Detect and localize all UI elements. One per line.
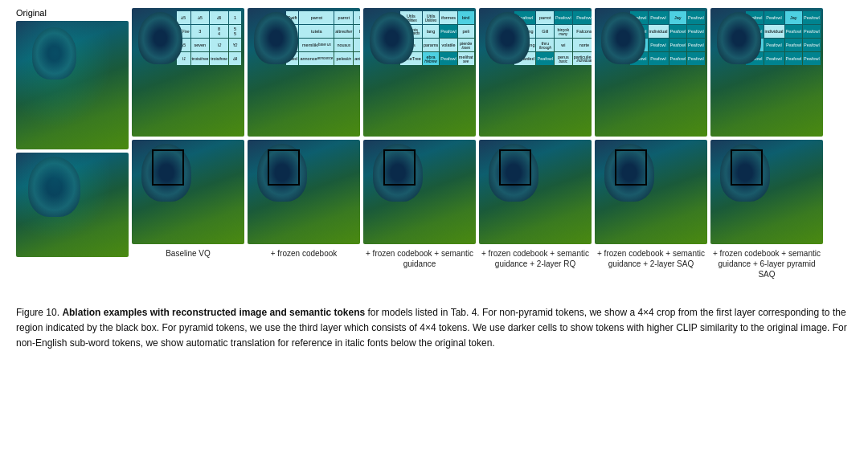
f6saq-bottom-image [710,140,823,244]
bvq-caption: Baseline VQ [166,248,211,259]
figure-bold: Ablation examples with reconstructed ima… [62,307,365,318]
bvq-top-image: ა5 ა5 ა5 1 五Five 3 84 55 ა5 seven ١2 ٢2 … [132,8,244,137]
panel-frozen-2saq: Peafowl Peafowl Jay Peafowl Peafowl indi… [595,8,707,269]
f2saq-caption: + frozen codebook + semantic guidance + … [595,248,707,269]
f6saq-top-image: Peafowl Peafowl Jay Peafowl Peafowl indi… [710,8,823,137]
panel-frozen-semantic: UtilsUtilities UtilsUtilities iformes bi… [363,8,476,269]
original-label: Original [16,8,47,18]
f2rq-top-image: Peafowl parrot Peafowl Peafowl blending … [479,8,592,137]
fs-bottom-image [363,140,476,244]
panel-baseline-vq: ა5 ა5 ა5 1 五Five 3 84 55 ა5 seven ١2 ٢2 … [132,8,244,259]
f2rq-caption: + frozen codebook + semantic guidance + … [479,248,592,269]
panel-frozen-2rq: Peafowl parrot Peafowl Peafowl blending … [479,8,592,269]
panel-frozen-6saq: Peafowl Peafowl Jay Peafowl Peafowl indi… [710,8,823,280]
fc-top-image: Swift parrot parrot bira peli tutela alt… [248,8,360,137]
f2saq-bottom-image [595,140,707,244]
f2rq-bottom-image [479,140,592,244]
fs-caption: + frozen codebook + semantic guidance [363,248,476,269]
f2saq-top-image: Peafowl Peafowl Jay Peafowl Peafowl indi… [595,8,707,137]
figure-caption: Figure 10. Ablation examples with recons… [16,305,852,352]
original-top-image [16,21,129,149]
f6saq-caption: + frozen codebook + semantic guidance + … [710,248,823,280]
original-bottom-image [16,153,129,257]
fc-caption: + frozen codebook [271,248,338,259]
main-container: Original ა5 ა5 ა5 1 五Fiv [16,8,852,352]
panel-frozen-codebook: Swift parrot parrot bira peli tutela alt… [248,8,360,259]
figure-number: Figure 10. [16,307,59,318]
fs-top-image: UtilsUtilities UtilsUtilities iformes bi… [363,8,476,137]
fc-bottom-image [248,140,360,244]
bvq-bottom-image [132,140,244,244]
